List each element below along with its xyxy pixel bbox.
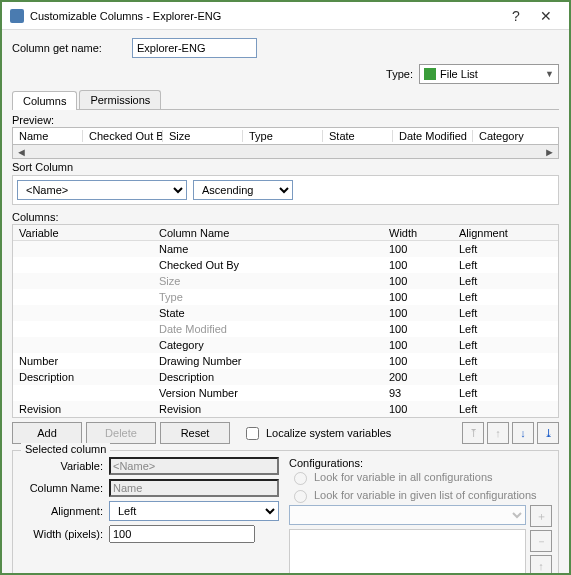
help-button[interactable]: ? [501,8,531,24]
table-row[interactable]: Type100Left [13,289,558,305]
cell-alignment: Left [453,371,558,383]
cell-width: 100 [383,307,453,319]
sel-align-select[interactable]: Left [109,501,279,521]
cell-width: 100 [383,259,453,271]
column-set-name-input[interactable] [132,38,257,58]
table-row[interactable]: DescriptionDescription200Left [13,369,558,385]
move-down-button[interactable]: ↓ [512,422,534,444]
table-row[interactable]: Checked Out By100Left [13,257,558,273]
cell-alignment: Left [453,403,558,415]
cell-name: Description [153,371,383,383]
cell-alignment: Left [453,291,558,303]
cell-alignment: Left [453,275,558,287]
sort-column-select[interactable]: <Name> [17,180,187,200]
table-row[interactable]: State100Left [13,305,558,321]
cell-name: Date Modified [153,323,383,335]
col-head-width[interactable]: Width [383,227,453,239]
config-remove-button: － [530,530,552,552]
sort-direction-select[interactable]: Ascending [193,180,293,200]
sel-variable-label: Variable: [19,460,109,472]
cell-name: Version Number [153,387,383,399]
table-row[interactable]: Date Modified100Left [13,321,558,337]
sel-variable-input[interactable] [109,457,279,475]
config-opt-list: Look for variable in given list of confi… [314,489,537,501]
type-select[interactable]: File List ▼ [419,64,559,84]
config-listbox [289,529,526,575]
config-label: Configurations: [289,457,552,469]
cell-width: 100 [383,339,453,351]
preview-scrollbar[interactable]: ◄► [12,145,559,159]
cell-width: 200 [383,371,453,383]
columns-label: Columns: [12,211,559,223]
preview-col-state[interactable]: State [323,130,393,142]
cell-name: State [153,307,383,319]
move-top-button[interactable]: ⤒ [462,422,484,444]
tabs: Columns Permissions [12,90,559,110]
selected-legend: Selected column [21,443,110,455]
move-bottom-button[interactable]: ⤓ [537,422,559,444]
preview-label: Preview: [12,114,559,126]
table-row[interactable]: NumberDrawing Number100Left [13,353,558,369]
table-row[interactable]: Version Number93Left [13,385,558,401]
reset-button[interactable]: Reset [160,422,230,444]
window-title: Customizable Columns - Explorer-ENG [30,10,501,22]
app-icon [10,9,24,23]
table-row[interactable]: Size100Left [13,273,558,289]
cell-name: Size [153,275,383,287]
config-radio-all [294,472,307,485]
preview-col-checkedout[interactable]: Checked Out By [83,130,163,142]
config-up-button: ↑ [530,555,552,575]
sort-label: Sort Column [12,161,559,173]
cell-width: 100 [383,355,453,367]
preview-col-name[interactable]: Name [13,130,83,142]
cell-width: 100 [383,275,453,287]
preview-col-size[interactable]: Size [163,130,243,142]
cell-variable: Revision [13,403,153,415]
preview-header: Name Checked Out By Size Type State Date… [12,127,559,145]
col-head-alignment[interactable]: Alignment [453,227,558,239]
cell-variable: Description [13,371,153,383]
preview-col-type[interactable]: Type [243,130,323,142]
add-button[interactable]: Add [12,422,82,444]
sel-align-label: Alignment: [19,505,109,517]
preview-col-date[interactable]: Date Modified [393,130,473,142]
cell-name: Revision [153,403,383,415]
tab-columns[interactable]: Columns [12,91,77,110]
selected-column-group: Selected column Variable: Column Name: A… [12,450,559,575]
table-row[interactable]: Category100Left [13,337,558,353]
sel-name-input[interactable] [109,479,279,497]
col-head-variable[interactable]: Variable [13,227,153,239]
cell-name: Type [153,291,383,303]
cell-alignment: Left [453,387,558,399]
table-row[interactable]: Name100Left [13,241,558,257]
columns-table: Variable Column Name Width Alignment Nam… [12,224,559,418]
sel-name-label: Column Name: [19,482,109,494]
preview-col-category[interactable]: Category [473,130,558,142]
cell-width: 100 [383,243,453,255]
type-value: File List [440,68,478,80]
name-label: Column get name: [12,42,132,54]
cell-alignment: Left [453,323,558,335]
table-row[interactable]: RevisionRevision100Left [13,401,558,417]
localize-checkbox[interactable] [246,427,259,440]
tab-permissions[interactable]: Permissions [79,90,161,109]
cell-alignment: Left [453,339,558,351]
config-select [289,505,526,525]
cell-alignment: Left [453,307,558,319]
config-add-button: ＋ [530,505,552,527]
close-button[interactable]: ✕ [531,8,561,24]
sel-width-input[interactable] [109,525,255,543]
cell-width: 100 [383,291,453,303]
move-up-button[interactable]: ↑ [487,422,509,444]
delete-button[interactable]: Delete [86,422,156,444]
cell-name: Category [153,339,383,351]
cell-width: 100 [383,403,453,415]
config-opt-all: Look for variable in all configurations [314,471,493,483]
cell-width: 100 [383,323,453,335]
cell-name: Name [153,243,383,255]
cell-name: Checked Out By [153,259,383,271]
cell-alignment: Left [453,259,558,271]
file-list-icon [424,68,436,80]
cell-alignment: Left [453,243,558,255]
col-head-name[interactable]: Column Name [153,227,383,239]
